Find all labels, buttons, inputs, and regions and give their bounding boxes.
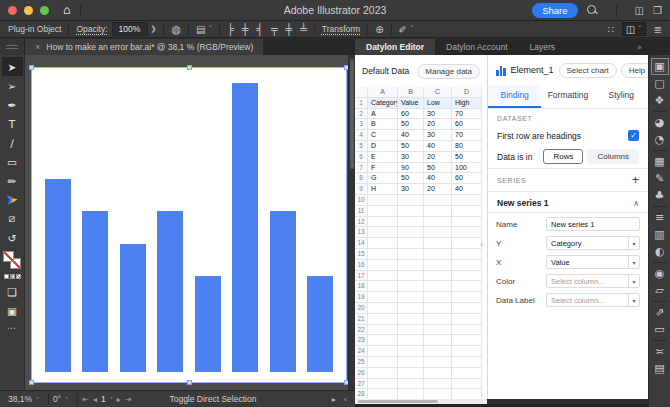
chevron-down-icon[interactable]: ˅: [65, 396, 68, 403]
row-number-12[interactable]: 12: [355, 217, 368, 228]
cell-r27c4[interactable]: [452, 379, 482, 390]
artboard[interactable]: [32, 68, 346, 382]
datylon-plugin-tool[interactable]: [2, 190, 23, 209]
cell-r13c1[interactable]: [368, 227, 398, 238]
brushes-panel-icon[interactable]: ✎: [651, 170, 669, 187]
row-number-8[interactable]: 8: [355, 173, 368, 184]
row-number-6[interactable]: 6: [355, 152, 368, 163]
cell-r14c3[interactable]: [424, 238, 452, 249]
cell-r10c1[interactable]: [368, 195, 398, 206]
cell-r8c4[interactable]: 60: [452, 173, 482, 184]
cell-r17c2[interactable]: [398, 271, 424, 282]
cell-r28c2[interactable]: [398, 389, 424, 399]
more-tools-icon[interactable]: ⋯: [7, 323, 17, 333]
layers-panel-icon[interactable]: ❖: [651, 92, 669, 109]
paintbrush-tool[interactable]: ✏: [2, 171, 23, 190]
chevron-down-icon[interactable]: ˅: [209, 25, 213, 33]
dropdown-arrow-icon[interactable]: ▾: [628, 275, 639, 287]
gradient-panel-icon[interactable]: ▥: [651, 226, 669, 243]
cell-r1c2[interactable]: Value: [398, 98, 424, 109]
cell-r23c1[interactable]: [368, 335, 398, 346]
cell-r6c3[interactable]: 20: [424, 152, 452, 163]
gradient-button[interactable]: [10, 274, 15, 279]
properties-panel-icon[interactable]: ▤: [651, 360, 669, 377]
cell-r8c3[interactable]: 40: [424, 173, 452, 184]
bar-G[interactable]: [270, 211, 296, 372]
screen-mode-icon[interactable]: ▣: [2, 301, 23, 320]
color-select[interactable]: Select column...▾: [546, 274, 640, 288]
cell-r5c1[interactable]: D: [368, 141, 398, 152]
cell-r17c3[interactable]: [424, 271, 452, 282]
cell-r13c3[interactable]: [424, 227, 452, 238]
cell-r4c4[interactable]: 70: [452, 130, 482, 141]
row-number-24[interactable]: 24: [355, 346, 368, 357]
cell-r12c2[interactable]: [398, 217, 424, 228]
row-number-25[interactable]: 25: [355, 357, 368, 368]
cell-r3c4[interactable]: 60: [452, 119, 482, 130]
cell-r22c2[interactable]: [398, 325, 424, 336]
cell-r17c4[interactable]: [452, 271, 482, 282]
row-number-11[interactable]: 11: [355, 206, 368, 217]
cell-r25c4[interactable]: [452, 357, 482, 368]
chevron-down-icon[interactable]: ˅: [110, 396, 113, 403]
color-guide-panel-icon[interactable]: ◔: [651, 131, 669, 148]
cell-r24c1[interactable]: [368, 346, 398, 357]
row-number-17[interactable]: 17: [355, 271, 368, 282]
align-icon-0[interactable]: ╞: [227, 23, 234, 36]
cell-r12c4[interactable]: [452, 217, 482, 228]
cell-r7c1[interactable]: F: [368, 163, 398, 174]
cell-r23c4[interactable]: [452, 335, 482, 346]
export-panel-icon[interactable]: ⇗: [651, 304, 669, 321]
cell-r11c2[interactable]: [398, 206, 424, 217]
row-number-16[interactable]: 16: [355, 260, 368, 271]
type-tool[interactable]: T: [2, 114, 23, 133]
cell-r26c2[interactable]: [398, 368, 424, 379]
cell-r20c3[interactable]: [424, 303, 452, 314]
line-segment-tool[interactable]: ∕: [2, 133, 23, 152]
chevron-down-icon[interactable]: ˅: [36, 396, 39, 403]
cell-r9c3[interactable]: 20: [424, 184, 452, 195]
canvas-vertical-scrollbar[interactable]: [348, 55, 355, 390]
y-select[interactable]: Category▾: [546, 236, 640, 250]
direct-selection-tool[interactable]: ➢: [2, 76, 23, 95]
dropdown-arrow-icon[interactable]: ▾: [628, 294, 639, 306]
cell-r23c2[interactable]: [398, 335, 424, 346]
status-play-icon[interactable]: ▸: [332, 395, 336, 404]
row-number-9[interactable]: 9: [355, 184, 368, 195]
arrange-documents-icon[interactable]: ∷: [607, 24, 613, 35]
cell-r5c4[interactable]: 80: [452, 141, 482, 152]
artboard-number[interactable]: 1: [101, 394, 106, 404]
opacity-value-field[interactable]: 100%: [112, 22, 148, 36]
cell-r1c1[interactable]: Category: [368, 98, 398, 109]
cell-r9c2[interactable]: 30: [398, 184, 424, 195]
cell-r3c2[interactable]: 50: [398, 119, 424, 130]
row-number-7[interactable]: 7: [355, 163, 368, 174]
document-setup-icon[interactable]: ◍: [171, 23, 181, 36]
select-chart-button[interactable]: Select chart: [559, 63, 617, 78]
artboard-options-icon[interactable]: ▤: [196, 24, 205, 35]
zoom-window-button[interactable]: [40, 6, 49, 15]
column-header-D[interactable]: D: [452, 87, 482, 98]
bar-C[interactable]: [120, 244, 146, 372]
selection-handle[interactable]: [187, 65, 192, 70]
opacity-chevron-icon[interactable]: ❯: [151, 25, 157, 33]
status-back-icon[interactable]: ‹: [344, 395, 347, 404]
row-number-27[interactable]: 27: [355, 379, 368, 390]
close-tab-icon[interactable]: ×: [35, 42, 40, 52]
bar-A[interactable]: [45, 179, 71, 372]
dropdown-arrow-icon[interactable]: ▾: [628, 256, 639, 268]
cell-r3c1[interactable]: B: [368, 119, 398, 130]
expand-properties-icon[interactable]: ⊕: [375, 24, 383, 35]
fill-stroke-indicator[interactable]: [3, 251, 22, 270]
rotate-tool[interactable]: ↺: [2, 228, 23, 247]
cell-r26c1[interactable]: [368, 368, 398, 379]
home-icon[interactable]: ⌂: [63, 4, 71, 16]
cell-r2c1[interactable]: A: [368, 109, 398, 120]
cell-r24c3[interactable]: [424, 346, 452, 357]
cell-r16c4[interactable]: [452, 260, 482, 271]
align-icon-5[interactable]: ╧: [300, 23, 307, 36]
transparency-panel-icon[interactable]: ◐: [651, 243, 669, 260]
draw-mode-icon[interactable]: ❏: [2, 282, 23, 301]
row-number-26[interactable]: 26: [355, 368, 368, 379]
cell-r1c4[interactable]: High: [452, 98, 482, 109]
